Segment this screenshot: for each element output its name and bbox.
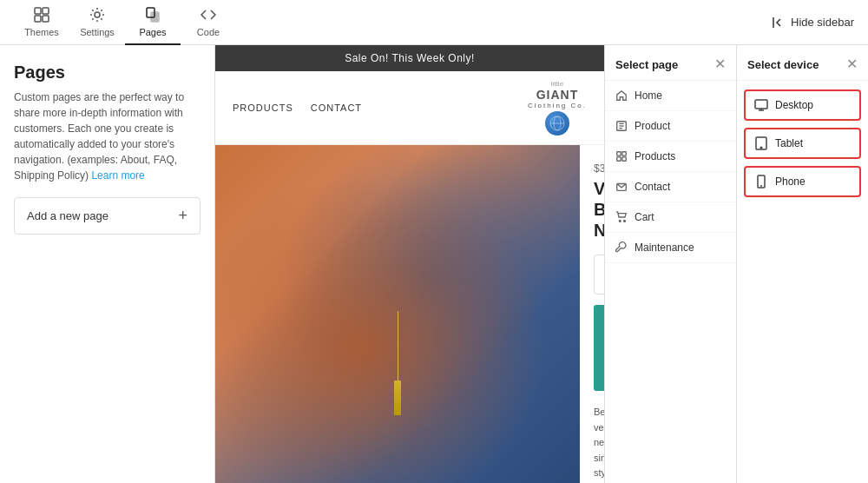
select-page-header: Select page ✕ <box>605 45 736 81</box>
toolbar-pages[interactable]: Pages <box>125 0 181 45</box>
settings-label: Settings <box>80 27 115 37</box>
page-item-maintenance[interactable]: Maintenance <box>605 233 736 263</box>
svg-rect-22 <box>755 100 767 109</box>
site-nav-links: PRODUCTS CONTACT <box>233 103 362 113</box>
main-area: Pages Custom pages are the perfect way t… <box>0 45 868 483</box>
variant-select[interactable]: ROSE GOLD ▼ <box>594 255 604 294</box>
device-desktop[interactable]: Desktop <box>744 89 861 121</box>
page-item-contact[interactable]: Contact <box>605 172 736 202</box>
nav-products: PRODUCTS <box>233 103 293 113</box>
svg-rect-3 <box>43 16 49 22</box>
nav-contact: CONTACT <box>311 103 362 113</box>
toolbar-themes[interactable]: Themes <box>14 0 69 45</box>
site-banner: Sale On! This Week Only! <box>215 45 604 71</box>
tablet-icon <box>754 136 768 150</box>
hide-sidebar-button[interactable]: Hide sidebar <box>772 16 854 30</box>
themes-label: Themes <box>24 27 59 37</box>
plus-icon: + <box>178 207 187 225</box>
svg-rect-15 <box>617 152 621 155</box>
toolbar-settings[interactable]: Settings <box>69 0 125 45</box>
svg-point-26 <box>760 147 762 149</box>
toolbar: Themes Settings Pages Code <box>0 0 868 45</box>
device-phone[interactable]: Phone <box>744 166 861 197</box>
page-item-home[interactable]: Home <box>605 81 736 111</box>
phone-icon <box>754 175 768 189</box>
svg-rect-2 <box>35 16 41 22</box>
select-device-panel: Select device ✕ Desktop Tablet <box>736 45 868 483</box>
site-body: $39.95 VERTICAL BAR NECKLACE ROSE GOLD ▼… <box>215 145 604 483</box>
select-device-title: Select device <box>747 58 819 71</box>
cart-icon <box>615 211 628 223</box>
select-device-header: Select device ✕ <box>737 45 868 81</box>
monitor-icon <box>754 98 768 112</box>
svg-rect-0 <box>35 8 41 14</box>
wrench-icon <box>615 242 628 254</box>
svg-rect-1 <box>43 8 49 14</box>
site-logo: little GIANT Clothing Co. <box>528 80 587 136</box>
pages-label: Pages <box>139 27 166 37</box>
site-nav: PRODUCTS CONTACT little GIANT Clothing C… <box>215 71 604 145</box>
svg-point-21 <box>624 221 626 222</box>
page-list: Home Product Produ <box>605 81 736 483</box>
select-device-close-button[interactable]: ✕ <box>846 57 858 71</box>
product-info: $39.95 VERTICAL BAR NECKLACE ROSE GOLD ▼… <box>580 145 604 483</box>
logo-globe <box>545 111 569 136</box>
toolbar-code[interactable]: Code <box>181 0 236 45</box>
toolbar-icons: Themes Settings Pages Code <box>14 0 236 45</box>
site-preview: Sale On! This Week Only! PRODUCTS CONTAC… <box>215 45 604 483</box>
grid-small-icon <box>615 150 628 162</box>
svg-rect-6 <box>151 12 159 22</box>
select-page-panel: Select page ✕ Home Product <box>604 45 736 483</box>
svg-point-20 <box>619 221 621 222</box>
device-list: Desktop Tablet Phone <box>737 81 868 206</box>
select-page-close-button[interactable]: ✕ <box>714 57 726 71</box>
product-image <box>215 145 580 483</box>
page-item-products[interactable]: Products <box>605 142 736 172</box>
device-tablet[interactable]: Tablet <box>744 128 861 159</box>
preview-area: Sale On! This Week Only! PRODUCTS CONTAC… <box>215 45 604 483</box>
sidebar-title: Pages <box>14 63 201 83</box>
home-icon <box>615 89 628 102</box>
code-label: Code <box>197 27 220 37</box>
page-item-cart[interactable]: Cart <box>605 202 736 233</box>
add-to-cart-button[interactable]: ADD TO CART - $39.99 <box>594 305 604 391</box>
svg-rect-16 <box>622 152 626 155</box>
hide-sidebar-label: Hide sidebar <box>791 16 854 29</box>
necklace-graphic <box>394 311 401 415</box>
svg-rect-17 <box>617 157 621 161</box>
preview-inner: Sale On! This Week Only! PRODUCTS CONTAC… <box>215 45 604 483</box>
svg-point-4 <box>95 12 100 17</box>
svg-rect-18 <box>622 157 626 161</box>
mail-icon <box>615 181 628 193</box>
learn-more-link[interactable]: Learn more <box>91 169 144 182</box>
sidebar-description: Custom pages are the perfect way to shar… <box>14 89 201 183</box>
select-page-title: Select page <box>615 58 678 71</box>
page-item-product[interactable]: Product <box>605 111 736 142</box>
add-page-button[interactable]: Add a new page + <box>14 197 201 235</box>
tag-icon <box>615 120 628 132</box>
left-sidebar: Pages Custom pages are the perfect way t… <box>0 45 215 483</box>
